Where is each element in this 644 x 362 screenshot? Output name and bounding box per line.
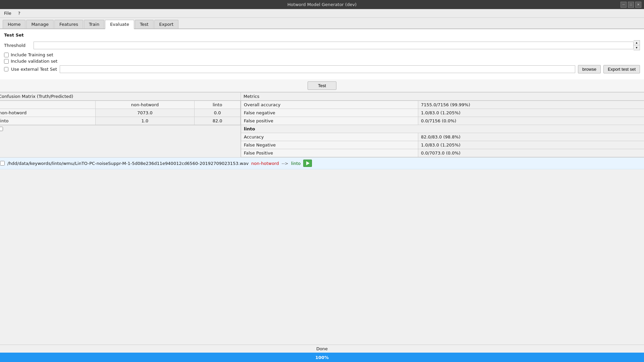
cm-col-header-nonhotword: non-hotword — [95, 101, 195, 109]
cm-row-label-nonhotword: non-hotword — [0, 109, 95, 117]
main-content: Test Set Threshold 0,50 ▲ ▼ Include Trai… — [0, 29, 644, 79]
table-row: False Positive 0.0/7073.0 (0.0%) — [241, 149, 644, 157]
metrics-panel: Metrics Overall accuracy 7155.0/7156 (99… — [241, 93, 644, 157]
metrics-table: Overall accuracy 7155.0/7156 (99.99%) Fa… — [241, 101, 644, 157]
confusion-matrix-panel: Confusion Matrix (Truth/Predicted) non-h… — [0, 93, 241, 157]
table-row: Accuracy 82.0/83.0 (98.8%) — [241, 133, 644, 141]
include-validation-checkbox[interactable] — [4, 59, 9, 64]
menu-help[interactable]: ? — [17, 10, 22, 16]
tab-evaluate[interactable]: Evaluate — [105, 20, 134, 29]
linto-section-header: linto — [241, 125, 644, 133]
overall-accuracy-value: 7155.0/7156 (99.99%) — [418, 101, 644, 109]
external-path-input[interactable] — [60, 65, 575, 73]
linto-fn-value: 1.0/83.0 (1.205%) — [418, 141, 644, 149]
cm-cell-nh-nh: 7073.0 — [95, 109, 195, 117]
test-button-row: Test — [0, 79, 644, 92]
tab-features[interactable]: Features — [54, 20, 83, 28]
play-button[interactable] — [303, 160, 312, 167]
overall-accuracy-label: Overall accuracy — [241, 101, 418, 109]
truth-label: non-hotword — [251, 161, 279, 166]
file-path: /hdd/data/keywords/linto/wmu/LinTO-PC-no… — [7, 161, 249, 166]
misclassified-checkbox[interactable] — [0, 161, 5, 166]
window-title: Hotword Model Generator (dev) — [287, 2, 357, 7]
status-text: Done — [316, 346, 328, 351]
status-bar: Done — [0, 345, 644, 353]
table-row: linto 1.0 82.0 — [0, 117, 240, 125]
export-test-set-button[interactable]: Export test set — [603, 65, 640, 73]
include-training-label: Include Training set — [11, 52, 53, 57]
table-row: linto — [241, 125, 644, 133]
threshold-input[interactable]: 0,50 — [34, 42, 634, 49]
confusion-matrix-header: Confusion Matrix (Truth/Predicted) — [0, 93, 240, 101]
test-button[interactable]: Test — [308, 81, 336, 90]
title-bar: Hotword Model Generator (dev) ─ □ ✕ — [0, 0, 644, 9]
play-icon — [306, 161, 310, 165]
include-training-checkbox[interactable] — [4, 53, 9, 57]
include-validation-label: Include validation set — [11, 59, 57, 64]
accuracy-value: 82.0/83.0 (98.8%) — [418, 133, 644, 141]
browse-button[interactable]: browse — [578, 65, 601, 73]
false-neg-value: 1.0/83.0 (1.205%) — [418, 109, 644, 117]
table-row: Overall accuracy 7155.0/7156 (99.99%) — [241, 101, 644, 109]
linto-fp-value: 0.0/7073.0 (0.0%) — [418, 149, 644, 157]
threshold-row: Threshold 0,50 ▲ ▼ — [4, 40, 640, 50]
misclassified-item: /hdd/data/keywords/linto/wmu/LinTO-PC-no… — [0, 158, 644, 169]
progress-bar-container: 100% — [0, 353, 644, 362]
threshold-spinner: ▲ ▼ — [634, 40, 640, 50]
cm-row-label-linto: linto — [0, 117, 95, 125]
arrow-text: --> — [281, 161, 288, 166]
tab-bar: Home Manage Features Train Evaluate Test… — [0, 18, 644, 29]
table-row: non-hotword 7073.0 0.0 — [0, 109, 240, 117]
tab-manage[interactable]: Manage — [26, 20, 54, 28]
maximize-button[interactable]: □ — [628, 2, 634, 8]
threshold-input-wrap: 0,50 ▲ ▼ — [34, 40, 640, 50]
table-row: False negative 1.0/83.0 (1.205%) — [241, 109, 644, 117]
external-test-row: Use external Test Set browse Export test… — [4, 65, 640, 73]
false-pos-value: 0.0/7156 (0.0%) — [418, 117, 644, 125]
false-neg-label: False negative — [241, 109, 418, 117]
cm-cell-nh-linto: 0.0 — [195, 109, 240, 117]
cm-cell-linto-nh: 1.0 — [95, 117, 195, 125]
table-row: False Negative 1.0/83.0 (1.205%) — [241, 141, 644, 149]
cm-cell-linto-linto: 82.0 — [195, 117, 240, 125]
cm-corner-cell — [0, 101, 95, 109]
tab-home[interactable]: Home — [3, 20, 25, 28]
window-controls: ─ □ ✕ — [621, 2, 641, 8]
predicted-label: linto — [291, 161, 301, 166]
progress-label: 100% — [315, 355, 329, 360]
cm-checkbox-row — [0, 125, 240, 133]
linto-fp-label: False Positive — [241, 149, 418, 157]
linto-fn-label: False Negative — [241, 141, 418, 149]
close-button[interactable]: ✕ — [635, 2, 641, 8]
include-training-row: Include Training set — [4, 52, 640, 57]
tab-train[interactable]: Train — [84, 20, 104, 28]
menu-file[interactable]: File — [3, 10, 13, 16]
table-row: False positive 0.0/7156 (0.0%) — [241, 117, 644, 125]
tab-export[interactable]: Export — [154, 20, 179, 28]
misclassified-area: /hdd/data/keywords/linto/wmu/LinTO-PC-no… — [0, 157, 644, 169]
external-test-checkbox[interactable] — [4, 67, 8, 71]
confusion-matrix-table: non-hotword linto non-hotword 7073.0 0.0… — [0, 101, 240, 125]
minimize-button[interactable]: ─ — [621, 2, 627, 8]
menu-bar: File ? — [0, 9, 644, 18]
tab-test[interactable]: Test — [135, 20, 154, 28]
threshold-up-btn[interactable]: ▲ — [634, 41, 640, 45]
metrics-header: Metrics — [241, 93, 644, 101]
results-area: Confusion Matrix (Truth/Predicted) non-h… — [0, 92, 644, 157]
external-test-label: Use external Test Set — [11, 67, 57, 72]
cm-checkbox[interactable] — [0, 127, 3, 131]
false-pos-label: False positive — [241, 117, 418, 125]
test-set-title: Test Set — [4, 33, 640, 38]
cm-col-header-linto: linto — [195, 101, 240, 109]
include-validation-row: Include validation set — [4, 59, 640, 64]
threshold-label: Threshold — [4, 43, 31, 48]
accuracy-label: Accuracy — [241, 133, 418, 141]
threshold-down-btn[interactable]: ▼ — [634, 45, 640, 50]
